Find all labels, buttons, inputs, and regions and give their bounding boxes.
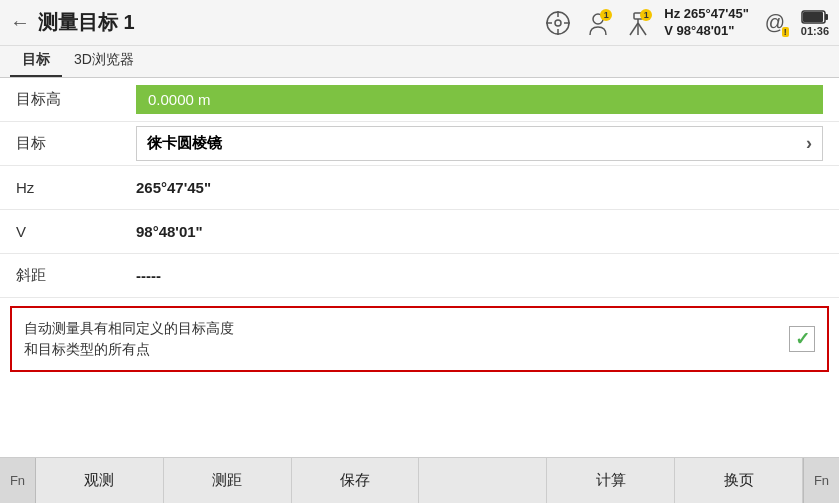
checkmark-icon: ✓ xyxy=(795,328,810,350)
label-target: 目标 xyxy=(16,134,136,153)
toolbar-btn-measure-dist[interactable]: 测距 xyxy=(164,458,292,503)
value-slope-dist: ----- xyxy=(136,267,823,284)
toolbar-empty-slot xyxy=(419,458,547,503)
header-left: ← 测量目标 1 xyxy=(10,9,544,36)
fn-left: Fn xyxy=(0,458,36,503)
field-row-hz: Hz 265°47'45" xyxy=(0,166,839,210)
field-row-target: 目标 徕卡圆棱镜 › xyxy=(0,122,839,166)
label-v: V xyxy=(16,223,136,240)
svg-rect-14 xyxy=(803,12,823,22)
header: ← 测量目标 1 1 xyxy=(0,0,839,46)
tab-target[interactable]: 目标 xyxy=(10,47,62,77)
field-row-target-height: 目标高 0.0000 m xyxy=(0,78,839,122)
value-hz: 265°47'45" xyxy=(136,179,823,196)
value-target-height[interactable]: 0.0000 m xyxy=(136,85,823,114)
value-v: 98°48'01" xyxy=(136,223,823,240)
chevron-right-icon: › xyxy=(806,133,812,154)
checkbox-text-line2: 和目标类型的所有点 xyxy=(24,341,150,357)
header-icons: 1 1 Hz 265°47'45" V 98°48'01" @ ! xyxy=(544,6,829,40)
hz-v-info: Hz 265°47'45" V 98°48'01" xyxy=(664,6,749,40)
main-content: 目标高 0.0000 m 目标 徕卡圆棱镜 › Hz 265°47'45" V … xyxy=(0,78,839,457)
auto-measure-checkbox-row[interactable]: 自动测量具有相同定义的目标高度 和目标类型的所有点 ✓ xyxy=(10,306,829,372)
toolbar-btn-next-page[interactable]: 换页 xyxy=(675,458,803,503)
clock-time: 01:36 xyxy=(801,25,829,37)
svg-line-11 xyxy=(638,23,646,35)
battery-time: 01:36 xyxy=(801,9,829,37)
svg-line-9 xyxy=(630,23,638,35)
instrument-icon: 1 xyxy=(624,9,652,37)
toolbar-btn-calculate[interactable]: 计算 xyxy=(547,458,675,503)
battery-icon xyxy=(801,9,829,25)
svg-point-1 xyxy=(555,20,561,26)
field-row-slope-dist: 斜距 ----- xyxy=(0,254,839,298)
checkbox-control[interactable]: ✓ xyxy=(789,326,815,352)
crosshair-icon xyxy=(544,9,572,37)
tab-3d-browser[interactable]: 3D浏览器 xyxy=(62,47,146,77)
hz-value: Hz 265°47'45" xyxy=(664,6,749,23)
field-row-v: V 98°48'01" xyxy=(0,210,839,254)
toolbar-btn-observe[interactable]: 观测 xyxy=(36,458,164,503)
checkbox-text-line1: 自动测量具有相同定义的目标高度 xyxy=(24,320,234,336)
target-value-text: 徕卡圆棱镜 xyxy=(147,134,222,153)
tabs-bar: 目标 3D浏览器 xyxy=(0,46,839,78)
label-slope-dist: 斜距 xyxy=(16,266,136,285)
at-icon: @ ! xyxy=(761,9,789,37)
page-title: 测量目标 1 xyxy=(38,9,135,36)
checkbox-label: 自动测量具有相同定义的目标高度 和目标类型的所有点 xyxy=(24,318,777,360)
label-target-height: 目标高 xyxy=(16,90,136,109)
label-hz: Hz xyxy=(16,179,136,196)
bottom-toolbar: Fn 观测 测距 保存 计算 换页 Fn xyxy=(0,457,839,503)
level-badge-1: 1 xyxy=(584,9,612,37)
value-target[interactable]: 徕卡圆棱镜 › xyxy=(136,126,823,161)
v-value: V 98°48'01" xyxy=(664,23,749,40)
fn-right: Fn xyxy=(803,458,839,503)
back-button[interactable]: ← xyxy=(10,11,30,34)
svg-rect-13 xyxy=(825,14,828,20)
toolbar-btn-save[interactable]: 保存 xyxy=(292,458,420,503)
